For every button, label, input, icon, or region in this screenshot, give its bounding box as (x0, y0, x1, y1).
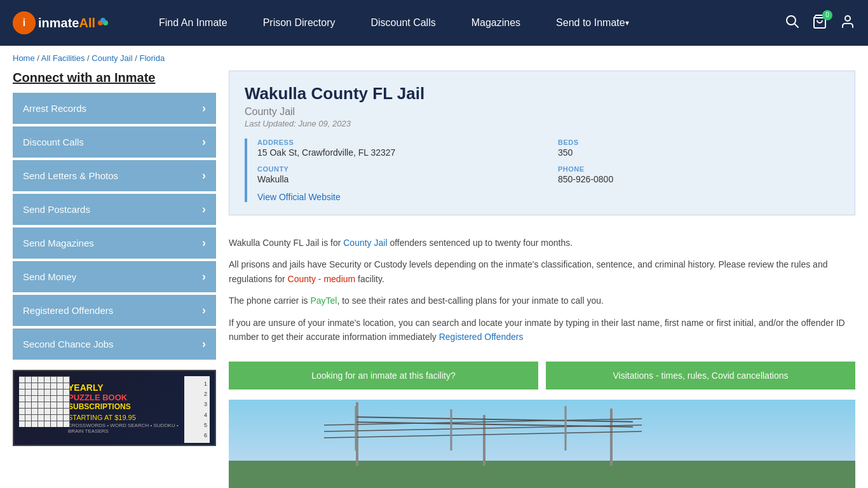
facility-updated: Last Updated: June 09, 2023 (245, 119, 839, 128)
sidebar-item-registered-offenders[interactable]: Registered Offenders › (13, 295, 216, 326)
ad-text-block: YEARLY PUZZLE BOOK SUBSCRIPTIONS STARTIN… (68, 383, 180, 434)
nav-magazines[interactable]: Magazines (454, 0, 538, 46)
sidebar-item-label: Second Chance Jobs (23, 339, 114, 349)
county-jail-link[interactable]: County Jail (343, 238, 387, 248)
county-label: COUNTY (257, 165, 539, 173)
beds-label: BEDS (558, 139, 839, 146)
search-icon[interactable] (785, 15, 799, 32)
svg-point-4 (100, 18, 105, 23)
ad-crossword-graphic (19, 376, 70, 427)
sidebar-menu: Arrest Records › Discount Calls › Send L… (13, 93, 216, 360)
logo-text: inmate (38, 16, 79, 30)
desc-para-1: Wakulla County FL Jail is for County Jai… (229, 236, 855, 250)
facility-name: Wakulla County FL Jail (245, 84, 839, 104)
cart-badge: 0 (822, 10, 832, 20)
address-value: 15 Oak St, Crawfordville, FL 32327 (257, 147, 539, 158)
logo-decoration (97, 17, 109, 29)
user-icon[interactable] (840, 14, 855, 32)
sidebar-item-label: Send Money (23, 271, 76, 282)
paytel-link[interactable]: PayTel (310, 295, 337, 306)
sidebar-ad[interactable]: 123456 YEARLY PUZZLE BOOK SUBSCRIPTIONS … (13, 370, 216, 446)
desc-para-3: The phone carrier is PayTel, to see thei… (229, 294, 855, 308)
content: Wakulla County FL Jail County Jail Last … (229, 71, 855, 488)
svg-text:i: i (23, 17, 25, 28)
address-label: ADDRESS (257, 139, 539, 146)
desc-para-2: All prisons and jails have Security or C… (229, 257, 855, 286)
beds-value: 350 (558, 147, 839, 158)
sidebar-item-label: Send Magazines (23, 238, 94, 248)
logo[interactable]: i inmate All (13, 11, 109, 34)
breadcrumb-all-facilities[interactable]: All Facilities (41, 53, 85, 63)
nav-discount-calls[interactable]: Discount Calls (353, 0, 453, 46)
desc-para-4: If you are unsure of your inmate's locat… (229, 316, 855, 344)
website-group: View Official Website (257, 192, 839, 202)
ad-puzzle: PUZZLE BOOK (68, 393, 180, 402)
sidebar-arrow: › (202, 135, 206, 149)
sidebar-title: Connect with an Inmate (13, 71, 216, 85)
sidebar-arrow: › (202, 304, 206, 317)
svg-line-9 (324, 419, 642, 425)
facility-details: ADDRESS 15 Oak St, Crawfordville, FL 323… (245, 139, 839, 202)
svg-line-6 (794, 24, 798, 27)
sidebar-arrow: › (202, 270, 206, 283)
sidebar-item-label: Send Postcards (23, 204, 90, 215)
breadcrumb-home[interactable]: Home (13, 53, 35, 63)
sidebar-arrow: › (202, 203, 206, 216)
sidebar-item-discount-calls[interactable]: Discount Calls › (13, 126, 216, 158)
phone-value: 850-926-0800 (558, 174, 839, 184)
ground-graphic (229, 461, 855, 488)
facility-type: County Jail (245, 106, 839, 118)
sidebar-arrow: › (202, 169, 206, 182)
sidebar-arrow: › (202, 337, 206, 351)
nav-find-inmate[interactable]: Find An Inmate (141, 0, 245, 46)
header-icons: 0 (785, 14, 855, 32)
svg-point-8 (845, 16, 850, 21)
registered-offenders-link[interactable]: Registered Offenders (439, 332, 524, 342)
visitations-button[interactable]: Visitations - times, rules, Covid cancel… (546, 362, 855, 390)
breadcrumb: Home / All Facilities / County Jail / Fl… (0, 46, 868, 71)
svg-line-11 (324, 431, 642, 438)
power-lines-svg (324, 406, 642, 457)
description: Wakulla County FL Jail is for County Jai… (229, 226, 855, 362)
address-group: ADDRESS 15 Oak St, Crawfordville, FL 323… (257, 139, 539, 158)
sidebar-arrow: › (202, 102, 206, 115)
main-nav: Find An Inmate Prison Directory Discount… (141, 0, 766, 46)
ad-yearly: YEARLY (68, 383, 180, 393)
phone-group: PHONE 850-926-0800 (558, 165, 839, 184)
breadcrumb-county-jail[interactable]: County Jail (92, 53, 132, 63)
logo-all-text: All (79, 16, 95, 30)
ad-types: CROSSWORDS • WORD SEARCH • SUDOKU • BRAI… (68, 423, 180, 434)
sidebar-item-label: Discount Calls (23, 137, 84, 147)
cart-icon[interactable]: 0 (812, 14, 827, 32)
sidebar-item-send-money[interactable]: Send Money › (13, 261, 216, 292)
sidebar-item-label: Registered Offenders (23, 305, 113, 316)
sidebar-item-label: Send Letters & Photos (23, 170, 118, 181)
sidebar-arrow: › (202, 236, 206, 250)
main-layout: Connect with an Inmate Arrest Records › … (0, 71, 868, 488)
sidebar-item-label: Arrest Records (23, 103, 86, 114)
county-group: COUNTY Wakulla (257, 165, 539, 184)
sidebar-item-arrest-records[interactable]: Arrest Records › (13, 93, 216, 124)
header: i inmate All Find An Inmate Prison Direc… (0, 0, 868, 46)
ad-price: STARTING AT $19.95 (68, 414, 180, 421)
facility-image (229, 400, 855, 488)
sidebar: Connect with an Inmate Arrest Records › … (13, 71, 216, 488)
breadcrumb-state[interactable]: Florida (139, 53, 165, 63)
sidebar-item-send-magazines[interactable]: Send Magazines › (13, 227, 216, 259)
county-medium-link[interactable]: County - medium (288, 274, 356, 284)
beds-group: BEDS 350 (558, 139, 839, 158)
svg-line-10 (324, 425, 642, 431)
facility-card: Wakulla County FL Jail County Jail Last … (229, 71, 855, 215)
sidebar-item-send-postcards[interactable]: Send Postcards › (13, 194, 216, 225)
nav-send-to-inmate[interactable]: Send to Inmate (538, 0, 647, 46)
logo-icon: i (13, 11, 36, 34)
sidebar-item-second-chance-jobs[interactable]: Second Chance Jobs › (13, 329, 216, 360)
website-link[interactable]: View Official Website (257, 192, 341, 202)
sidebar-item-send-letters[interactable]: Send Letters & Photos › (13, 160, 216, 191)
nav-prison-directory[interactable]: Prison Directory (245, 0, 353, 46)
ad-subs: SUBSCRIPTIONS (68, 402, 180, 411)
find-inmate-button[interactable]: Looking for an inmate at this facility? (229, 362, 538, 390)
phone-label: PHONE (558, 165, 839, 173)
county-value: Wakulla (257, 174, 539, 184)
action-buttons: Looking for an inmate at this facility? … (229, 362, 855, 390)
